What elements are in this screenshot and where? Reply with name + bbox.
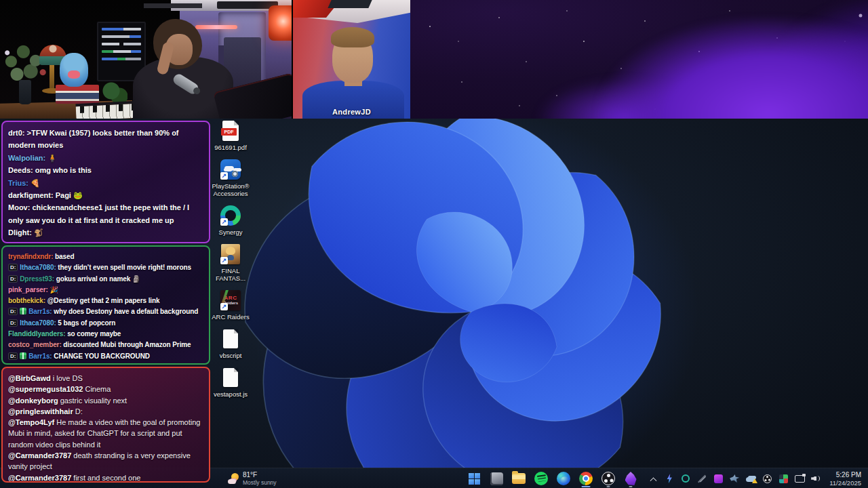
- desktop-icon[interactable]: PDF 961691.pdf: [211, 120, 250, 151]
- chat-message: @pringleswithhair D:: [8, 406, 203, 417]
- running-app-indicator: [629, 486, 633, 488]
- chat-username: Barr1s:: [28, 352, 52, 360]
- chat-message: @Carmander3787 death stranding is a very…: [8, 450, 203, 472]
- chat-username: Walpolian:: [8, 154, 45, 162]
- obs-icon: [763, 474, 772, 483]
- weather-widget[interactable]: 81°F Mostly sunny: [224, 468, 281, 488]
- hidden-icons-chevron[interactable]: [648, 473, 658, 484]
- desktop-icon[interactable]: ↗ Synergy: [211, 205, 250, 236]
- chat-text: so comey maybe: [67, 330, 121, 338]
- tray-pen-disabled[interactable]: [696, 473, 707, 484]
- clock-time: 5:26 PM: [836, 471, 861, 479]
- taskbar-clock[interactable]: 5:26 PM 11/24/2025: [827, 471, 864, 487]
- monitor-icon: [795, 475, 805, 483]
- tray-display[interactable]: [794, 473, 805, 484]
- chat-text: Cinema: [85, 385, 111, 393]
- space-banner: [410, 0, 868, 119]
- chat-message: @Tempo4Lyf He made a video with the goal…: [8, 417, 203, 450]
- chat-text: based: [55, 253, 74, 260]
- chrome-icon: [579, 472, 593, 485]
- d-badge-icon: D:: [8, 352, 18, 360]
- chat-username: Ithaca7080:: [20, 319, 56, 327]
- chat-text: they didn't even spell movie right! moro…: [58, 264, 191, 271]
- chat-message: D:Dpresst93: gokus arrival on namek 🗿: [8, 274, 203, 285]
- start-button[interactable]: [465, 470, 483, 487]
- file-explorer-button[interactable]: [510, 470, 528, 487]
- d-badge-icon: D:: [8, 319, 18, 327]
- tray-volume[interactable]: [810, 473, 821, 484]
- desktop-icon[interactable]: vestapost.js: [211, 367, 250, 398]
- ceiling-fixture: [328, 0, 372, 8]
- tray-purple-app[interactable]: [713, 473, 724, 484]
- desktop-icon[interactable]: vbscript: [211, 328, 250, 359]
- tray-hardware-monitor[interactable]: [778, 473, 789, 484]
- spotify-button[interactable]: [532, 470, 550, 487]
- colorful-monitor-icon: [779, 474, 788, 483]
- chat-message: @Carmander3787 first and second one: [8, 472, 203, 483]
- pdf-file-icon: PDF: [222, 121, 239, 141]
- tray-elgato[interactable]: [664, 473, 675, 484]
- desktop-icon[interactable]: ARCRaiders ↗ ARC Raiders: [211, 289, 250, 321]
- tray-synergy[interactable]: [680, 473, 691, 484]
- chat-mention: @Tempo4Lyf: [8, 418, 54, 426]
- chat-message: D:Barr1s: CHANGE YOU BACKGROUND: [8, 351, 203, 362]
- shortcut-arrow-icon: ↗: [220, 303, 228, 310]
- desktop-icon[interactable]: ↗ PlayStation® Accessories: [211, 159, 250, 197]
- chat-message: Trius: 🍕: [8, 177, 203, 189]
- gift-badge-icon: [20, 352, 26, 359]
- vase: [19, 80, 31, 104]
- chat-text: chickenandcheese1 just the pepe with the…: [8, 203, 189, 224]
- chat-username: Dlight:: [8, 228, 32, 237]
- chat-message: costco_member: discounted Mubi through A…: [8, 340, 203, 350]
- windows11-bloom-wallpaper: [217, 119, 868, 468]
- purple-app-button[interactable]: [622, 470, 639, 487]
- chat-message: pink_parser: 🎉: [8, 285, 203, 296]
- purple-crystal-icon: [625, 472, 637, 485]
- bolt-icon: [666, 474, 673, 483]
- chat-text: gastric visuality next: [60, 396, 127, 405]
- tray-obs[interactable]: [762, 473, 772, 484]
- desktop-icon[interactable]: ↗ FINAL FANTAS...: [211, 243, 250, 282]
- chat-message: Flandiddlyanders: so comey maybe: [8, 329, 203, 340]
- guest-name-label: AndrewJD: [293, 108, 410, 116]
- chat-mention: @donkeyborg: [8, 396, 58, 405]
- chat-text: CHANGE YOU BACKGROUND: [54, 352, 150, 360]
- red-lamp-icon: [269, 5, 292, 41]
- desktop-icon-label: Synergy: [219, 228, 243, 236]
- obs-studio-button[interactable]: [599, 470, 617, 487]
- chat-mention: @Carmander3787: [8, 451, 71, 460]
- chat-mention: @BirbGawd: [8, 374, 51, 382]
- chevron-up-icon: [650, 477, 656, 484]
- taskbar-center: [465, 468, 639, 488]
- folder-icon: [512, 473, 526, 484]
- weather-temp: 81°F: [243, 471, 277, 479]
- speaker-icon: [811, 474, 821, 483]
- streamer-webcam: [0, 0, 292, 119]
- tray-bird-app[interactable]: [729, 473, 740, 484]
- blue-plush-figure: [60, 53, 88, 87]
- d-badge-icon: D:: [8, 264, 18, 271]
- nebula-cloud: [597, 17, 868, 119]
- desktop-icon-label: vestapost.js: [214, 390, 248, 398]
- chat-text: >TFW Kwai (1957) looks better than 90% o…: [8, 129, 179, 149]
- desktop-icon-label: vbscript: [220, 352, 242, 359]
- chat-username: costco_member:: [8, 341, 62, 348]
- chat-username: Trius:: [8, 179, 28, 187]
- chat-username: Barr1s:: [28, 308, 52, 315]
- windows-logo-icon: [469, 473, 480, 485]
- task-view-app-button[interactable]: [488, 470, 505, 487]
- desktop-icon-label: PlayStation® Accessories: [211, 182, 250, 197]
- desktop-icon-label: FINAL FANTAS...: [211, 267, 250, 282]
- desktop-icon-label: ARC Raiders: [212, 313, 249, 321]
- chat-message: @BirbGawd i love DS: [8, 373, 203, 384]
- edge-button[interactable]: [555, 470, 572, 487]
- chat-text: D:: [75, 407, 83, 415]
- tray-cloud-sync[interactable]: [745, 473, 756, 484]
- chrome-button[interactable]: [577, 470, 595, 487]
- lamp-stand: [50, 65, 54, 89]
- gift-badge-icon: [20, 308, 26, 314]
- chat-username: darkfigment:: [8, 191, 54, 199]
- document-file-icon: [223, 368, 238, 387]
- d-badge-icon: D:: [8, 308, 18, 315]
- chat-mention: @supermegusta1032: [8, 385, 83, 393]
